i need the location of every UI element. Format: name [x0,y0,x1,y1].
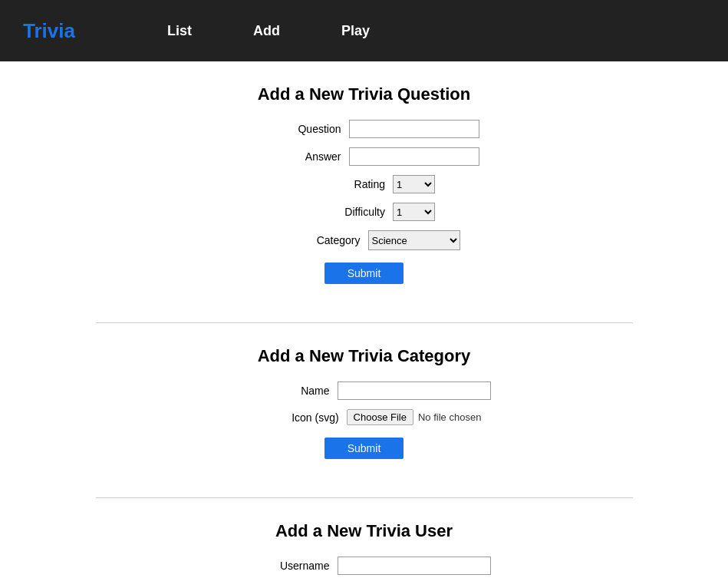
nav-link-list[interactable]: List [167,23,192,39]
username-label: Username [238,560,330,572]
nav-link-add[interactable]: Add [253,23,280,39]
question-section: Add a New Trivia Question Question Answe… [96,84,633,307]
question-section-title: Add a New Trivia Question [96,84,633,104]
nav-link-play[interactable]: Play [341,23,370,39]
file-input-wrapper: Choose File No file chosen [347,409,482,425]
answer-label: Answer [249,150,341,163]
difficulty-select[interactable]: 1 2 3 4 5 [393,203,435,221]
choose-file-button[interactable]: Choose File [347,409,413,425]
user-section: Add a New Trivia User Username Submit [96,497,633,578]
navbar: Trivia List Add Play [0,0,728,61]
icon-label: Icon (svg) [247,411,339,424]
question-label: Question [249,123,341,135]
category-section-title: Add a New Trivia Category [96,346,633,366]
nav-links: List Add Play [167,23,370,39]
difficulty-row: Difficulty 1 2 3 4 5 [96,203,633,221]
question-row: Question [96,120,633,138]
category-submit-button[interactable]: Submit [324,438,404,459]
no-file-text: No file chosen [418,411,481,423]
difficulty-label: Difficulty [293,206,385,218]
category-row: Category Science History Sports Art Geog… [96,230,633,250]
category-submit-row: Submit [96,438,633,459]
question-input[interactable] [349,120,479,138]
user-section-title: Add a New Trivia User [96,521,633,541]
username-input[interactable] [338,557,491,575]
main-content: Add a New Trivia Question Question Answe… [0,61,728,578]
nav-brand[interactable]: Trivia [23,19,75,43]
question-submit-row: Submit [96,263,633,284]
question-submit-button[interactable]: Submit [324,263,404,284]
category-select[interactable]: Science History Sports Art Geography [368,230,460,250]
icon-row: Icon (svg) Choose File No file chosen [96,409,633,425]
category-name-row: Name [96,381,633,400]
rating-label: Rating [293,178,385,190]
answer-input[interactable] [349,147,479,166]
category-name-input[interactable] [338,381,491,400]
rating-row: Rating 1 2 3 4 5 [96,175,633,193]
rating-select[interactable]: 1 2 3 4 5 [393,175,435,193]
category-section: Add a New Trivia Category Name Icon (svg… [96,322,633,482]
username-row: Username [96,557,633,575]
answer-row: Answer [96,147,633,166]
category-name-label: Name [238,385,330,397]
category-label: Category [268,234,361,246]
